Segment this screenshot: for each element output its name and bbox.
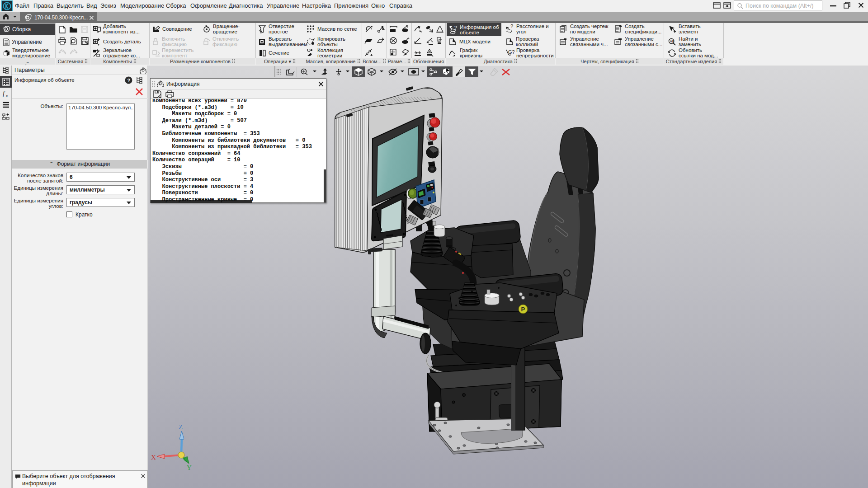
svg-text:Z: Z (179, 423, 183, 431)
svg-text:?: ? (454, 25, 457, 30)
svg-text:P: P (521, 306, 525, 313)
svg-text:?: ? (127, 78, 131, 83)
svg-text:f: f (3, 90, 5, 97)
svg-text:Y: Y (187, 464, 192, 471)
svg-text:AB: AB (670, 39, 675, 43)
svg-text:G?: G? (508, 49, 514, 55)
svg-text:X: X (151, 454, 156, 461)
svg-text:?: ? (510, 24, 513, 29)
svg-text:x: x (5, 93, 8, 98)
